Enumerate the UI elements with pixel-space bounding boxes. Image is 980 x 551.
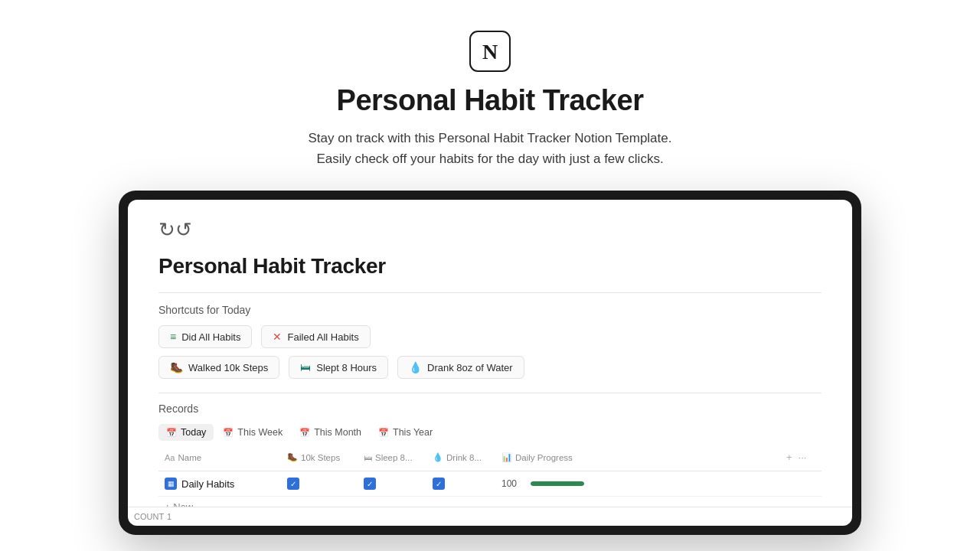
sync-icon: ↻↺ — [158, 218, 822, 242]
drank-water-button[interactable]: 💧 Drank 8oz of Water — [397, 356, 524, 379]
row-progress: 100 — [495, 477, 822, 491]
records-title: Records — [158, 403, 822, 415]
water-icon: 💧 — [409, 361, 422, 373]
did-all-habits-button[interactable]: ≡ Did All Habits — [158, 325, 252, 348]
progress-bar-track — [531, 481, 584, 486]
progress-bar-fill — [531, 481, 584, 486]
count-bar: COUNT 1 — [128, 507, 852, 526]
tab-today[interactable]: 📅 Today — [158, 424, 214, 441]
failed-habits-icon: ✕ — [273, 331, 282, 343]
col-name-header: Aa Name — [158, 450, 281, 465]
app-content: ↻↺ Personal Habit Tracker Shortcuts for … — [128, 200, 852, 507]
tab-this-year[interactable]: 📅 This Year — [371, 424, 440, 441]
tab-today-icon: 📅 — [166, 428, 177, 438]
tab-this-month[interactable]: 📅 This Month — [292, 424, 369, 441]
records-table: Aa Name 🥾 10k Steps 🛏 Sleep 8... 💧 — [158, 448, 822, 507]
did-habits-icon: ≡ — [170, 331, 176, 343]
divider-2 — [158, 393, 822, 393]
app-title: Personal Habit Tracker — [158, 254, 822, 279]
shortcuts-title: Shortcuts for Today — [158, 304, 822, 316]
header: N Personal Habit Tracker Stay on track w… — [309, 0, 672, 187]
walked-steps-button[interactable]: 🥾 Walked 10k Steps — [158, 356, 279, 379]
divider-1 — [158, 292, 822, 293]
shortcuts-grid: ≡ Did All Habits ✕ Failed All Habits 🥾 W… — [158, 325, 822, 379]
page-title: Personal Habit Tracker — [337, 84, 644, 117]
tab-year-icon: 📅 — [378, 428, 389, 438]
tab-week-icon: 📅 — [223, 428, 234, 438]
col-steps-header: 🥾 10k Steps — [281, 449, 358, 465]
progress-col-icon: 📊 — [501, 452, 512, 462]
row-daily-habits-name: ▦ Daily Habits — [158, 476, 281, 491]
slept-hours-button[interactable]: 🛏 Slept 8 Hours — [289, 356, 388, 379]
drink-checked-icon: ✓ — [433, 478, 445, 490]
col-drink-header: 💧 Drink 8... — [426, 449, 495, 465]
sleep-icon: 🛏 — [300, 361, 311, 373]
tab-this-week[interactable]: 📅 This Week — [215, 424, 290, 441]
sleep-col-icon: 🛏 — [364, 453, 372, 462]
sleep-checked-icon: ✓ — [364, 478, 376, 490]
table-row[interactable]: ▦ Daily Habits ✓ ✓ ✓ 100 — [158, 471, 822, 497]
table-header: Aa Name 🥾 10k Steps 🛏 Sleep 8... 💧 — [158, 448, 822, 471]
failed-all-habits-button[interactable]: ✕ Failed All Habits — [261, 325, 370, 348]
tab-month-icon: 📅 — [299, 428, 310, 438]
notion-logo: N — [469, 31, 511, 72]
steps-icon: 🥾 — [170, 361, 183, 373]
page-subtitle: Stay on track with this Personal Habit T… — [309, 128, 672, 169]
device-frame: ↻↺ Personal Habit Tracker Shortcuts for … — [119, 191, 861, 535]
col-progress-header: 📊 Daily Progress — [495, 449, 783, 465]
shortcuts-row-2: 🥾 Walked 10k Steps 🛏 Slept 8 Hours 💧 Dra… — [158, 356, 822, 379]
steps-col-icon: 🥾 — [287, 452, 298, 462]
records-tabs: 📅 Today 📅 This Week 📅 This Month 📅 This … — [158, 424, 822, 441]
row-drink-checkbox[interactable]: ✓ — [426, 476, 495, 491]
device-screen: ↻↺ Personal Habit Tracker Shortcuts for … — [128, 200, 852, 526]
row-steps-checkbox[interactable]: ✓ — [281, 476, 358, 491]
shortcuts-row-1: ≡ Did All Habits ✕ Failed All Habits — [158, 325, 822, 348]
new-row-button[interactable]: + New — [158, 497, 822, 507]
name-col-icon: Aa — [165, 453, 175, 462]
folder-icon: ▦ — [165, 478, 177, 490]
page-wrapper: N Personal Habit Tracker Stay on track w… — [0, 0, 980, 551]
row-sleep-checkbox[interactable]: ✓ — [358, 476, 426, 491]
drink-col-icon: 💧 — [433, 452, 443, 462]
col-sleep-header: 🛏 Sleep 8... — [358, 450, 426, 465]
svg-text:N: N — [482, 40, 498, 64]
col-actions-header: + ··· — [783, 448, 822, 466]
progress-value: 100 — [501, 478, 523, 489]
steps-checked-icon: ✓ — [287, 478, 299, 490]
